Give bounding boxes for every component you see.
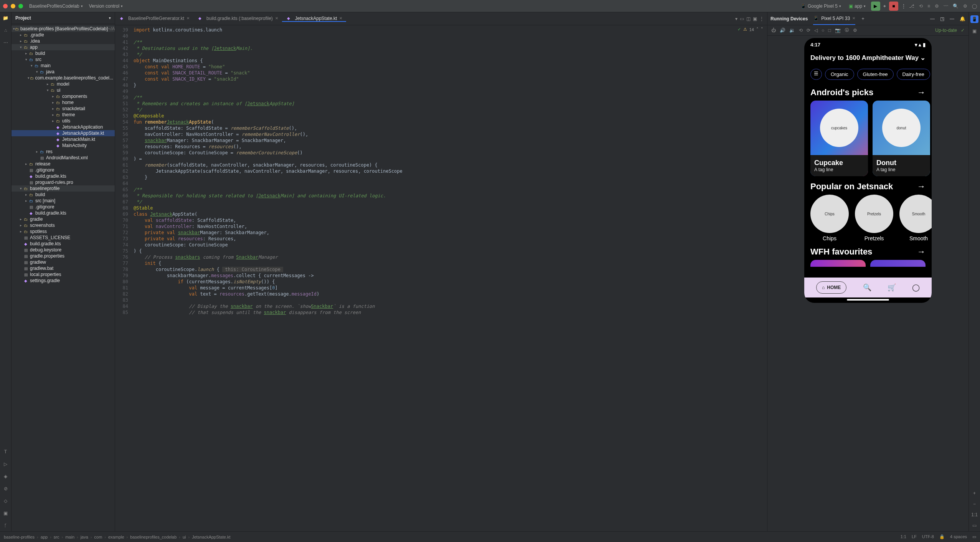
tree-row[interactable]: ▸🗀home — [12, 99, 115, 106]
tree-row[interactable]: ◆build.gradle.kts — [12, 241, 115, 247]
settings-icon[interactable]: ⚙ — [853, 28, 857, 33]
refactor-icon[interactable]: ⟲ — [919, 3, 923, 9]
tree-row[interactable]: ◆JetsnackApplication — [12, 124, 115, 130]
structure-tool-icon[interactable]: ⛬ — [3, 28, 8, 33]
close-window[interactable] — [3, 4, 8, 8]
tree-row[interactable]: ▤gradle.properties — [12, 253, 115, 259]
tree-row[interactable]: ▤proguard-rules.pro — [12, 179, 115, 185]
add-device-icon[interactable]: ＋ — [861, 15, 865, 22]
editor-tab[interactable]: ◆BaselineProfileGenerator.kt✕ — [115, 16, 193, 22]
search-icon[interactable]: 🔍 — [953, 3, 959, 9]
breadcrumb-item[interactable]: JetsnackAppState.kt — [192, 535, 230, 539]
git-icon[interactable]: ⎇ — [909, 3, 914, 9]
layout-icon[interactable]: ▭ — [972, 523, 977, 528]
cards-row[interactable]: cupcakesCupcakeA tag linedonutDonutA tag… — [804, 101, 932, 176]
settings-icon[interactable]: ⚙ — [963, 3, 967, 9]
back-icon[interactable]: ◁ — [814, 28, 818, 33]
breadcrumb-item[interactable]: java — [81, 535, 88, 539]
tree-row[interactable]: ▸🗀model — [12, 81, 115, 87]
filter-chip[interactable]: Dairy-free — [897, 69, 930, 80]
address-row[interactable]: Delivery to 1600 Amphitheater Way ⌄ — [804, 49, 932, 66]
record-icon[interactable]: ⦿ — [845, 28, 849, 33]
maximize-window[interactable] — [18, 4, 23, 8]
close-icon[interactable]: ✕ — [186, 16, 190, 20]
rotate-left-icon[interactable]: ⟲ — [799, 28, 803, 33]
tree-row[interactable]: ▸🗀.idea — [12, 38, 115, 44]
tree-row[interactable]: ▸🗀utils — [12, 118, 115, 124]
popout-icon[interactable]: ◳ — [940, 16, 944, 21]
editor-tab[interactable]: ◆build.gradle.kts (:baselineprofile)✕ — [193, 16, 282, 22]
snack-circle[interactable]: SmoothSmooth — [899, 195, 932, 241]
tree-row[interactable]: ▸🗀release — [12, 161, 115, 167]
tree-row[interactable]: ▤AndroidManifest.xml — [12, 155, 115, 161]
close-icon[interactable]: ✕ — [339, 16, 342, 20]
indent-setting[interactable]: 4 spaces — [950, 534, 967, 539]
tree-row[interactable]: ◆MainActivity — [12, 142, 115, 149]
inspect-icon[interactable]: ◇ — [4, 498, 7, 504]
chevron-down-icon[interactable]: ▾ — [109, 16, 111, 20]
run-tool-icon[interactable]: ▷ — [4, 461, 7, 467]
filter-chip[interactable]: Gluten-free — [857, 69, 894, 80]
tree-row[interactable]: ◆build.gradle.kts — [12, 210, 115, 216]
tree-row[interactable]: ▸🗀components — [12, 93, 115, 99]
line-ending[interactable]: LF — [912, 534, 917, 539]
zoom-in-icon[interactable]: + — [973, 491, 976, 496]
notifications-icon[interactable]: 🔔 — [960, 16, 965, 21]
running-devices-icon[interactable]: 📱 — [970, 15, 978, 23]
structure-icon[interactable]: ≡ — [927, 3, 930, 9]
readonly-icon[interactable]: 🔒 — [939, 534, 945, 539]
minimize-window[interactable] — [11, 4, 15, 8]
tree-row[interactable]: ◆JetsnackAppState.kt — [12, 130, 115, 136]
close-icon[interactable]: ✕ — [852, 16, 855, 20]
snack-card[interactable]: donutDonutA tag line — [873, 101, 930, 176]
fit-icon[interactable]: 1:1 — [971, 512, 978, 517]
cursor-position[interactable]: 1:1 — [901, 534, 906, 539]
filter-chip[interactable]: Organic — [825, 69, 854, 80]
nav-search-icon[interactable]: 🔍 — [863, 283, 871, 292]
more-icon[interactable]: ⋮ — [759, 16, 764, 21]
close-icon[interactable]: ✕ — [275, 16, 278, 20]
device-tab[interactable]: 📱 Pixel 5 API 33 ✕ — [813, 12, 855, 25]
tree-row[interactable]: ▸🗀screenshots — [12, 222, 115, 228]
tree-row[interactable]: ◆JetsnackMain.kt — [12, 136, 115, 142]
profiler-icon[interactable]: 〰 — [944, 3, 948, 9]
breadcrumb-item[interactable]: baseline-profiles — [4, 535, 35, 539]
more-icon[interactable]: ⋮ — [901, 3, 906, 9]
stop-button[interactable]: ■ — [889, 2, 898, 11]
tree-row[interactable]: ▤ASSETS_LICENSE — [12, 235, 115, 241]
tree-row[interactable]: ▾🗀main — [12, 63, 115, 69]
tree-row[interactable]: ▸🗀.gradle — [12, 32, 115, 38]
tree-row[interactable]: ▾🗀baselineprofile — [12, 185, 115, 192]
overview-icon[interactable]: □ — [828, 28, 831, 33]
debug-icon[interactable]: ⌖ — [883, 3, 886, 9]
editor-layout-icon[interactable]: ▭ — [740, 16, 744, 21]
tree-row[interactable]: ▤.gitignore — [12, 167, 115, 173]
tree-row[interactable]: ▤gradlew — [12, 259, 115, 265]
editor[interactable]: ✓ ⚠ 14 ˄ ˅ 39404142434445464748495051525… — [115, 25, 767, 531]
section-header[interactable]: Android's picks → — [804, 82, 932, 101]
nav-profile-icon[interactable]: ◯ — [912, 283, 920, 292]
bookmark-icon[interactable]: ◈ — [4, 474, 7, 479]
tree-row[interactable]: ▾🗀baseline-profiles [BaselineProfilesCod… — [12, 26, 115, 32]
encoding[interactable]: UTF-8 — [922, 534, 934, 539]
minimize-icon[interactable]: — — [930, 16, 935, 21]
emulator-screen[interactable]: 4:17 ▾ ▴ ▮ Delivery to 1600 Amphitheater… — [804, 38, 932, 303]
tree-row[interactable]: ▸🗀build — [12, 50, 115, 56]
run-button[interactable]: ▶ — [871, 2, 880, 11]
tree-row[interactable]: ▸🗀gradle — [12, 216, 115, 222]
snack-circle[interactable]: PretzelsPretzels — [855, 195, 893, 241]
home-icon[interactable]: ○ — [822, 28, 824, 33]
run-config-selector[interactable]: ▣ app ▾ — [846, 3, 868, 10]
nav-home[interactable]: ⌂ HOME — [816, 281, 846, 294]
tree-row[interactable]: ◆build.gradle.kts — [12, 173, 115, 179]
breadcrumb-item[interactable]: src — [54, 535, 59, 539]
tree-row[interactable]: ▸🗀snackdetail — [12, 106, 115, 112]
tree-row[interactable]: ▸🗀src [main] — [12, 198, 115, 204]
vcs-tool-icon[interactable]: ᚶ — [4, 523, 7, 528]
chevron-down-icon[interactable]: ▾ — [735, 16, 737, 21]
hide-icon[interactable]: — — [950, 16, 954, 21]
editor-tab[interactable]: ◆JetsnackAppState.kt✕ — [282, 16, 346, 22]
more-tool-icon[interactable]: ⋯ — [3, 40, 8, 45]
tree-row[interactable]: ▤gradlew.bat — [12, 265, 115, 271]
tree-row[interactable]: ▾🗀com.example.baselineprofiles_codel... — [12, 75, 115, 81]
